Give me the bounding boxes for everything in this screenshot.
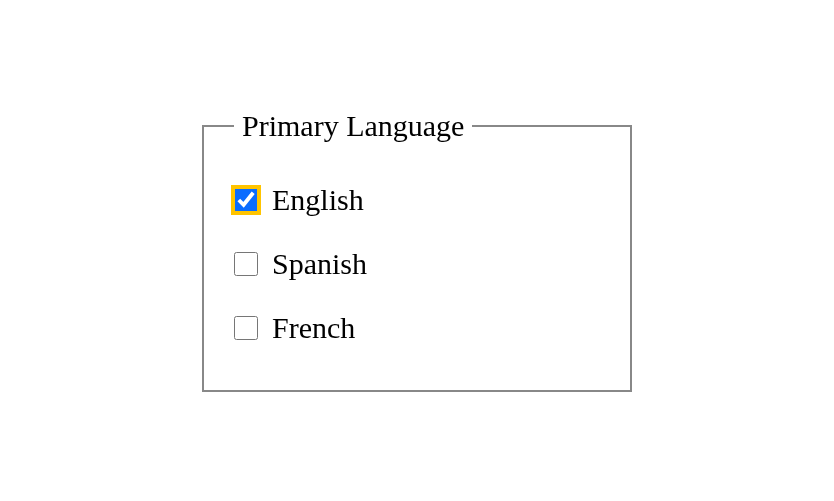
language-checkbox-french[interactable] xyxy=(234,316,258,340)
language-option: Spanish xyxy=(234,247,590,281)
primary-language-fieldset: Primary Language English Spanish French xyxy=(202,109,632,392)
language-label[interactable]: French xyxy=(272,311,355,345)
language-label[interactable]: English xyxy=(272,183,364,217)
fieldset-legend: Primary Language xyxy=(234,109,472,143)
language-checkbox-spanish[interactable] xyxy=(234,252,258,276)
language-label[interactable]: Spanish xyxy=(272,247,367,281)
language-checkbox-english[interactable] xyxy=(234,188,258,212)
language-option: French xyxy=(234,311,590,345)
language-option: English xyxy=(234,183,590,217)
